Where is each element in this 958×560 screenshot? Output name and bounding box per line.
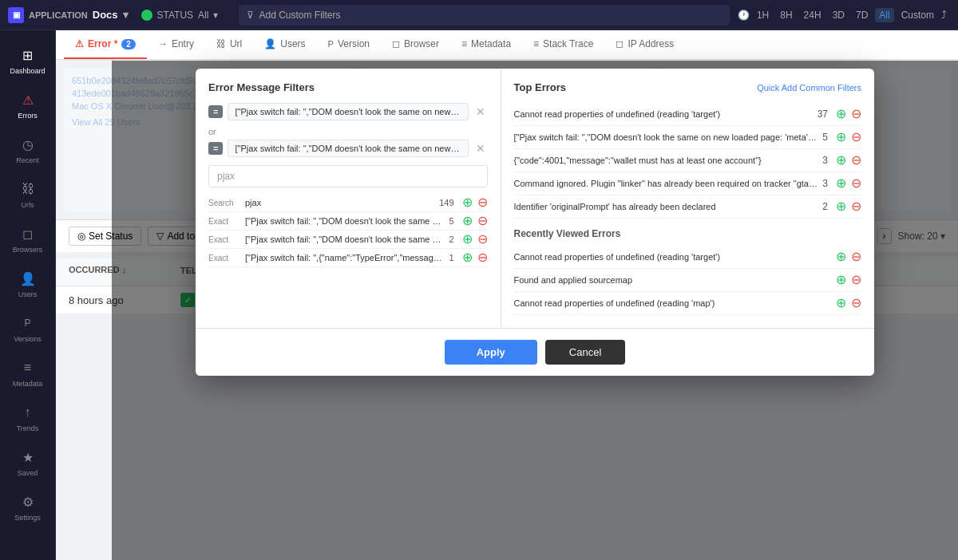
filter-icon: ⊽ — [247, 10, 254, 21]
error-filter-search[interactable] — [208, 165, 488, 187]
sidebar-label-browsers: Browsers — [13, 246, 43, 254]
sidebar-item-browsers[interactable]: ◻ Browsers — [0, 217, 55, 262]
tab-version-label: Version — [338, 38, 370, 49]
result-add-0[interactable]: ⊕ — [462, 196, 473, 209]
result-remove-2[interactable]: ⊖ — [477, 233, 488, 246]
tab-error[interactable]: ⚠ Error * 2 — [64, 30, 147, 59]
recent-error-remove-0[interactable]: ⊖ — [851, 250, 861, 263]
status-label: STATUS — [157, 10, 194, 21]
top-error-add-0[interactable]: ⊕ — [836, 108, 846, 120]
time-controls: 🕐 1H 8H 24H 3D 7D All Custom — [738, 8, 938, 22]
time-7d[interactable]: 7D — [852, 8, 872, 22]
filter-panel-title: Error Message Filters — [208, 81, 488, 93]
tab-users[interactable]: 👤 Users — [253, 30, 316, 59]
filter-remove-1[interactable]: ✕ — [473, 105, 488, 119]
result-count-1: 5 — [449, 216, 453, 226]
recent-error-add-0[interactable]: ⊕ — [836, 250, 846, 263]
top-error-add-1[interactable]: ⊕ — [836, 131, 846, 144]
tab-url[interactable]: ⛓ Url — [205, 30, 253, 59]
top-error-count-4: 2 — [822, 201, 828, 212]
metadata-tab-icon: ≡ — [461, 38, 467, 49]
result-remove-3[interactable]: ⊖ — [477, 251, 488, 264]
sidebar-item-users[interactable]: 👤 Users — [0, 262, 55, 306]
sidebar-item-saved[interactable]: ★ Saved — [0, 440, 55, 485]
recent-error-add-2[interactable]: ⊕ — [836, 297, 846, 310]
result-text-2: ["Pjax switch fail: ","DOM doesn't look … — [245, 235, 444, 244]
result-text-1: ["Pjax switch fail: ","DOM doesn't look … — [245, 216, 444, 226]
tab-stack-trace[interactable]: ≡ Stack Trace — [522, 30, 604, 59]
tab-url-label: Url — [230, 38, 242, 49]
sidebar-item-dashboard[interactable]: ⊞ Dashboard — [0, 38, 55, 83]
top-error-add-4[interactable]: ⊕ — [836, 200, 846, 213]
url-tab-icon: ⛓ — [216, 38, 226, 49]
tab-browser[interactable]: ◻ Browser — [381, 30, 450, 59]
search-result-1: Exact ["Pjax switch fail: ","DOM doesn't… — [208, 212, 488, 231]
tab-metadata-label: Metadata — [471, 38, 511, 49]
recent-error-remove-1[interactable]: ⊖ — [851, 274, 861, 286]
tab-metadata[interactable]: ≡ Metadata — [450, 30, 522, 59]
app-name: Docs — [93, 9, 118, 21]
cancel-button[interactable]: Cancel — [545, 340, 625, 365]
errors-panel-header: Top Errors Quick Add Common Filters — [514, 81, 862, 93]
tab-stack-trace-label: Stack Trace — [543, 38, 593, 49]
top-error-remove-0[interactable]: ⊖ — [851, 108, 861, 120]
sidebar-item-versions[interactable]: P Versions — [0, 306, 55, 351]
time-custom[interactable]: Custom — [897, 8, 938, 22]
result-add-1[interactable]: ⊕ — [462, 215, 473, 227]
result-remove-1[interactable]: ⊖ — [477, 215, 488, 227]
time-24h[interactable]: 24H — [800, 8, 825, 22]
search-result-0: Search pjax 149 ⊕ ⊖ — [208, 194, 488, 212]
metadata-icon: ≡ — [19, 359, 37, 377]
recent-error-add-1[interactable]: ⊕ — [836, 274, 846, 286]
tab-entry[interactable]: → Entry — [147, 30, 205, 59]
app-name-label: APPLICATION — [29, 10, 88, 20]
result-count-2: 2 — [449, 235, 453, 244]
result-add-2[interactable]: ⊕ — [462, 233, 473, 246]
sidebar-item-trends[interactable]: ↑ Trends — [0, 396, 55, 440]
recent-error-remove-2[interactable]: ⊖ — [851, 297, 861, 310]
stack-trace-tab-icon: ≡ — [533, 38, 539, 49]
recent-error-0: Cannot read properties of undefined (rea… — [514, 246, 862, 269]
sidebar-label-recent: Recent — [16, 156, 39, 164]
recent-error-text-1: Found and applied sourcemap — [514, 275, 832, 285]
tab-ip-address[interactable]: ◻ IP Address — [604, 30, 685, 59]
filter-panel: Error Message Filters = ["Pjax switch fa… — [196, 69, 501, 328]
top-error-count-1: 5 — [822, 132, 828, 143]
tab-error-label: Error * — [88, 38, 117, 49]
modal-footer: Apply Cancel — [196, 328, 874, 376]
sidebar-item-settings[interactable]: ⚙ Settings — [0, 485, 55, 530]
sidebar-label-settings: Settings — [14, 514, 41, 522]
sidebar-item-recent[interactable]: ◷ Recent — [0, 128, 55, 172]
saved-icon: ★ — [19, 448, 37, 466]
result-add-3[interactable]: ⊕ — [462, 251, 473, 264]
browser-tab-icon: ◻ — [392, 38, 400, 49]
top-error-add-2[interactable]: ⊕ — [836, 154, 846, 167]
sidebar-label-saved: Saved — [18, 469, 38, 477]
time-1h[interactable]: 1H — [753, 8, 773, 22]
share-button[interactable]: ⤴ — [938, 6, 950, 24]
top-error-remove-2[interactable]: ⊖ — [851, 154, 861, 167]
top-error-remove-4[interactable]: ⊖ — [851, 200, 861, 213]
search-results: Search pjax 149 ⊕ ⊖ Exact ["Pjax switch … — [208, 194, 488, 267]
status-dot — [141, 10, 152, 21]
time-8h[interactable]: 8H — [776, 8, 796, 22]
app-title: ▣ APPLICATION Docs ▾ — [8, 7, 129, 23]
filter-bar[interactable]: ⊽ Add Custom Filters — [239, 5, 729, 26]
recent-error-2: Cannot read properties of undefined (rea… — [514, 292, 862, 315]
apply-button[interactable]: Apply — [445, 340, 537, 365]
top-error-add-3[interactable]: ⊕ — [836, 177, 846, 190]
sidebar-item-metadata[interactable]: ≡ Metadata — [0, 351, 55, 396]
top-error-remove-1[interactable]: ⊖ — [851, 131, 861, 144]
result-type-2: Exact — [208, 235, 240, 244]
filter-remove-2[interactable]: ✕ — [473, 141, 488, 156]
time-3d[interactable]: 3D — [829, 8, 849, 22]
time-all[interactable]: All — [875, 8, 893, 22]
quick-add-link[interactable]: Quick Add Common Filters — [757, 83, 861, 93]
versions-icon: P — [19, 314, 37, 332]
result-remove-0[interactable]: ⊖ — [477, 196, 488, 209]
sidebar-item-urls[interactable]: ⛓ Urls — [0, 172, 55, 217]
top-error-remove-3[interactable]: ⊖ — [851, 177, 861, 190]
tab-version[interactable]: P Version — [317, 30, 381, 59]
sidebar-item-errors[interactable]: ⚠ Errors — [0, 83, 55, 128]
sidebar-label-trends: Trends — [17, 424, 39, 432]
